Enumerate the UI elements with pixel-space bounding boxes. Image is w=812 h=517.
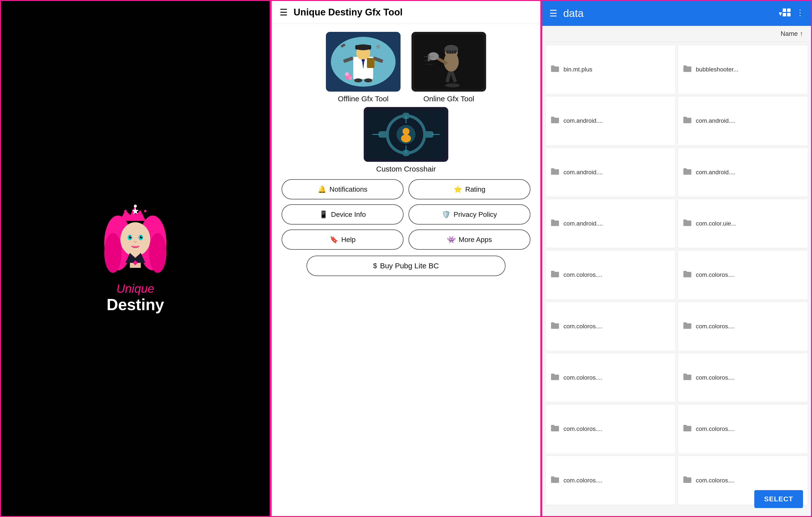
list-item[interactable]: com.coloros.... <box>678 302 808 351</box>
list-item[interactable]: com.coloros.... <box>678 404 808 454</box>
gfx-title: Unique Destiny Gfx Tool <box>294 7 403 18</box>
list-item[interactable]: bin.mt.plus <box>545 45 676 94</box>
splash-destiny-text: Destiny <box>107 296 164 314</box>
folder-icon <box>551 270 559 280</box>
folder-icon <box>683 115 692 126</box>
rating-label: Rating <box>465 186 485 193</box>
file-name: com.coloros.... <box>696 271 735 278</box>
splash-panel: Unique Destiny <box>0 0 271 517</box>
sort-arrow-icon[interactable]: ↑ <box>800 30 803 37</box>
file-name: com.android.... <box>563 117 603 124</box>
list-item[interactable]: com.android.... <box>678 147 808 197</box>
svg-point-31 <box>354 78 362 82</box>
files-panel: ☰ data ▾ ⋮ Name ↑ bin.mt.plus <box>541 0 812 517</box>
svg-point-29 <box>349 76 352 80</box>
svg-rect-55 <box>425 131 433 138</box>
notifications-button[interactable]: 🔔 Notifications <box>282 179 404 199</box>
list-item[interactable]: com.coloros.... <box>545 302 676 351</box>
folder-icon <box>683 321 692 331</box>
online-tool-card[interactable]: Online Gfx Tool <box>409 32 489 103</box>
app-logo <box>100 203 170 278</box>
more-apps-icon: 👾 <box>447 236 456 244</box>
list-item[interactable]: com.coloros.... <box>545 404 676 454</box>
list-item[interactable]: com.coloros.... <box>678 353 808 402</box>
splash-title: Unique Destiny <box>107 282 164 314</box>
list-item[interactable]: bubbleshooter... <box>678 45 808 94</box>
svg-point-2 <box>124 210 127 212</box>
file-name: com.color.uie... <box>696 220 736 227</box>
select-button[interactable]: SELECT <box>754 490 803 508</box>
splash-unique-text: Unique <box>107 282 164 296</box>
list-item[interactable]: com.android.... <box>545 147 676 197</box>
svg-point-6 <box>104 233 122 273</box>
sort-label: Name <box>781 30 798 37</box>
crosshair-image <box>364 107 448 162</box>
sort-bar: Name ↑ <box>542 26 811 42</box>
svg-rect-45 <box>428 54 430 61</box>
svg-rect-30 <box>367 58 374 68</box>
svg-point-42 <box>453 51 455 53</box>
list-item[interactable]: com.coloros.... <box>678 250 808 299</box>
file-name: com.coloros.... <box>563 271 602 278</box>
folder-icon <box>551 218 559 229</box>
files-dropdown-icon[interactable]: ▾ <box>779 9 782 18</box>
svg-rect-65 <box>783 8 786 12</box>
buy-pubg-button[interactable]: $ Buy Pubg Lite BC <box>307 256 505 276</box>
svg-point-32 <box>364 78 372 82</box>
hamburger-icon[interactable]: ☰ <box>280 7 288 18</box>
device-info-button[interactable]: 📱 Device Info <box>282 205 404 224</box>
help-label: Help <box>341 236 356 244</box>
file-name: bubbleshooter... <box>696 66 738 73</box>
list-item[interactable]: com.coloros.... <box>545 353 676 402</box>
buy-icon: $ <box>373 262 377 270</box>
tools-row: Offline Gfx Tool <box>282 32 530 103</box>
file-name: com.coloros.... <box>696 323 735 330</box>
online-tool-image <box>411 32 486 91</box>
list-item[interactable]: com.android.... <box>545 199 676 248</box>
help-icon: 🔖 <box>330 236 338 244</box>
gfx-header: ☰ Unique Destiny Gfx Tool <box>272 1 540 24</box>
list-item[interactable]: com.coloros.... <box>545 250 676 299</box>
svg-point-1 <box>134 205 137 208</box>
device-info-label: Device Info <box>331 211 366 219</box>
svg-rect-66 <box>787 8 791 12</box>
svg-point-3 <box>144 210 147 212</box>
folder-icon <box>551 64 559 75</box>
files-title: data <box>563 7 777 20</box>
svg-point-16 <box>141 236 142 237</box>
crosshair-card[interactable]: Custom Crosshair <box>364 107 448 173</box>
file-name: com.coloros.... <box>696 426 735 432</box>
file-name: com.android.... <box>696 169 735 176</box>
gfx-content: Offline Gfx Tool <box>272 24 540 284</box>
offline-tool-label: Offline Gfx Tool <box>338 94 388 103</box>
list-item[interactable]: com.android.... <box>545 96 676 145</box>
list-item[interactable]: com.color.uie... <box>678 199 808 248</box>
list-item[interactable]: com.coloros.... <box>545 456 676 505</box>
help-button[interactable]: 🔖 Help <box>282 229 404 250</box>
folder-icon <box>551 321 559 331</box>
grid-view-icon[interactable] <box>782 8 791 19</box>
gfx-panel: ☰ Unique Destiny Gfx Tool <box>271 0 541 517</box>
svg-point-14 <box>140 236 143 239</box>
folder-icon <box>683 270 692 280</box>
files-header-icons: ⋮ <box>782 8 804 19</box>
folder-icon <box>551 167 559 178</box>
file-name: com.coloros.... <box>563 374 602 381</box>
rating-button[interactable]: ⭐ Rating <box>408 179 530 199</box>
svg-point-28 <box>345 72 349 76</box>
file-name: bin.mt.plus <box>563 66 592 73</box>
action-buttons-grid: 🔔 Notifications ⭐ Rating 📱 Device Info 🛡… <box>282 179 530 250</box>
files-header: ☰ data ▾ ⋮ <box>542 1 811 26</box>
more-options-icon[interactable]: ⋮ <box>796 8 804 19</box>
folder-icon <box>551 115 559 126</box>
privacy-policy-button[interactable]: 🛡️ Privacy Policy <box>408 205 530 224</box>
more-apps-button[interactable]: 👾 More Apps <box>408 229 530 250</box>
files-hamburger-icon[interactable]: ☰ <box>549 8 557 19</box>
notifications-icon: 🔔 <box>318 185 326 193</box>
more-apps-label: More Apps <box>459 236 492 244</box>
file-name: com.coloros.... <box>696 477 735 484</box>
list-item[interactable]: com.android.... <box>678 96 808 145</box>
svg-point-41 <box>447 51 450 53</box>
file-name: com.coloros.... <box>563 426 602 432</box>
offline-tool-card[interactable]: Offline Gfx Tool <box>323 32 403 103</box>
